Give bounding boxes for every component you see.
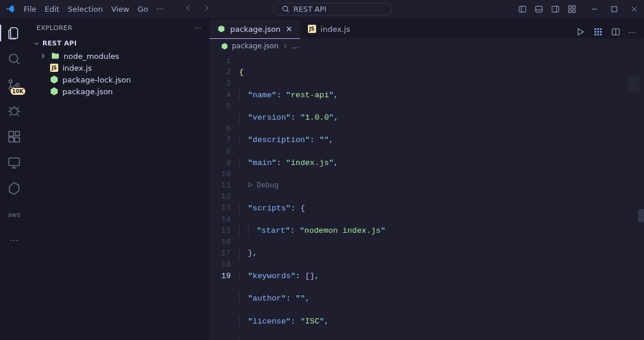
breadcrumb-tail: ... — [292, 42, 298, 50]
svg-rect-9 — [569, 9, 571, 12]
tree-label: index.js — [62, 64, 92, 72]
activity-bar: 10K aws ··· — [0, 18, 28, 340]
tree-label: package.json — [62, 87, 113, 96]
tree-label: node_modules — [64, 52, 119, 61]
window-controls — [590, 4, 639, 14]
layout-grid-icon[interactable] — [567, 4, 577, 14]
svg-rect-5 — [552, 6, 559, 12]
run-icon[interactable] — [576, 27, 585, 38]
svg-rect-7 — [569, 5, 571, 8]
json-file-icon — [217, 24, 226, 34]
svg-rect-27 — [595, 28, 596, 30]
menu-bar: File Edit Selection View Go ··· — [20, 3, 167, 15]
search-icon — [281, 5, 290, 13]
layout-controls — [518, 4, 577, 14]
editor-more-icon[interactable]: ··· — [629, 28, 636, 37]
svg-rect-10 — [573, 9, 575, 12]
explorer-more-icon[interactable]: ··· — [194, 24, 201, 32]
line-gutter: 12345 6789101112131415161718 19 — [210, 53, 238, 340]
activity-aws-icon[interactable]: aws — [0, 203, 28, 226]
window-maximize-icon[interactable] — [610, 4, 619, 14]
svg-rect-29 — [600, 28, 602, 30]
tree-item-package-lock[interactable]: package-lock.json — [28, 74, 210, 85]
code-editor[interactable]: 12345 6789101112131415161718 19 { "name"… — [210, 53, 644, 340]
menu-file[interactable]: File — [20, 3, 40, 15]
debug-config-icon[interactable] — [593, 27, 603, 38]
json-file-icon — [49, 87, 59, 96]
scrollbar-marker[interactable] — [638, 209, 644, 222]
split-editor-icon[interactable] — [611, 27, 620, 38]
explorer-folder[interactable]: REST API — [28, 38, 210, 49]
activity-source-control-icon[interactable]: 10K — [0, 73, 28, 97]
tree-label: package-lock.json — [62, 75, 131, 84]
svg-point-18 — [16, 84, 19, 87]
debug-codelens[interactable]: Debug — [247, 181, 279, 190]
badge-sc: 10K — [11, 88, 26, 95]
svg-rect-20 — [9, 131, 14, 136]
svg-rect-23 — [15, 131, 19, 136]
svg-rect-3 — [536, 6, 542, 12]
svg-point-15 — [9, 54, 18, 62]
window-minimize-icon[interactable] — [590, 4, 599, 14]
svg-rect-22 — [15, 137, 19, 142]
tree-item-index-js[interactable]: JS index.js — [28, 62, 210, 74]
svg-rect-32 — [600, 31, 602, 33]
editor-tabs: package.json JS index.js ··· — [210, 18, 644, 39]
activity-remote-icon[interactable] — [0, 151, 28, 174]
explorer-title: EXPLORER — [36, 24, 72, 32]
command-center[interactable]: REST API — [274, 3, 391, 15]
layout-sidebar-right-icon[interactable] — [551, 4, 560, 14]
svg-rect-12 — [612, 6, 618, 12]
activity-debug-icon[interactable] — [0, 99, 28, 123]
svg-rect-34 — [597, 34, 599, 35]
close-icon[interactable] — [285, 25, 293, 33]
tab-index-js[interactable]: JS index.js — [300, 19, 357, 38]
activity-extensions-icon[interactable] — [0, 125, 28, 148]
json-file-icon — [49, 75, 59, 84]
tree-item-node-modules[interactable]: node_modules — [28, 50, 210, 62]
activity-hex-icon[interactable] — [0, 177, 28, 200]
folder-icon — [51, 51, 60, 61]
editor-actions: ··· — [567, 27, 644, 38]
editor-group: package.json JS index.js ··· package.jso… — [210, 18, 644, 340]
svg-rect-28 — [597, 28, 599, 30]
svg-rect-31 — [597, 31, 599, 33]
nav-forward-icon[interactable] — [202, 4, 211, 14]
menu-view[interactable]: View — [108, 3, 133, 15]
window-close-icon[interactable] — [630, 4, 639, 14]
breadcrumb[interactable]: package.json ... — [210, 39, 644, 53]
nav-arrows — [184, 4, 211, 14]
activity-explorer-icon[interactable] — [0, 21, 28, 45]
minimap[interactable] — [628, 74, 639, 92]
activity-more-icon[interactable]: ··· — [0, 229, 28, 252]
tab-package-json[interactable]: package.json — [210, 19, 300, 38]
tree-item-package-json[interactable]: package.json — [28, 85, 210, 97]
activity-search-icon[interactable] — [0, 47, 28, 71]
main: 10K aws ··· EXPLORER ··· REST API — [0, 18, 644, 340]
svg-rect-24 — [9, 158, 19, 166]
chevron-right-icon — [282, 43, 288, 49]
chevron-down-icon — [33, 40, 40, 47]
menu-more-icon[interactable]: ··· — [153, 3, 167, 15]
menu-selection[interactable]: Selection — [64, 3, 107, 15]
svg-rect-35 — [600, 34, 602, 35]
nav-back-icon[interactable] — [184, 4, 192, 14]
svg-rect-21 — [9, 137, 14, 142]
breadcrumb-file: package.json — [232, 42, 278, 50]
menu-edit[interactable]: Edit — [41, 3, 63, 15]
svg-rect-33 — [595, 34, 596, 35]
json-file-icon — [220, 42, 228, 50]
tab-label: index.js — [321, 25, 350, 34]
svg-rect-30 — [595, 31, 596, 33]
explorer-sidebar: EXPLORER ··· REST API node_modules JS in… — [28, 18, 210, 340]
vscode-logo-icon — [5, 4, 15, 14]
js-file-icon: JS — [49, 63, 59, 72]
layout-sidebar-left-icon[interactable] — [518, 4, 527, 14]
layout-panel-icon[interactable] — [535, 4, 544, 14]
menu-go[interactable]: Go — [134, 3, 152, 15]
file-tree: node_modules JS index.js package-lock.js… — [28, 50, 210, 97]
svg-point-0 — [283, 6, 288, 11]
svg-point-19 — [11, 108, 18, 115]
js-file-icon: JS — [307, 24, 317, 34]
svg-point-16 — [9, 80, 12, 83]
